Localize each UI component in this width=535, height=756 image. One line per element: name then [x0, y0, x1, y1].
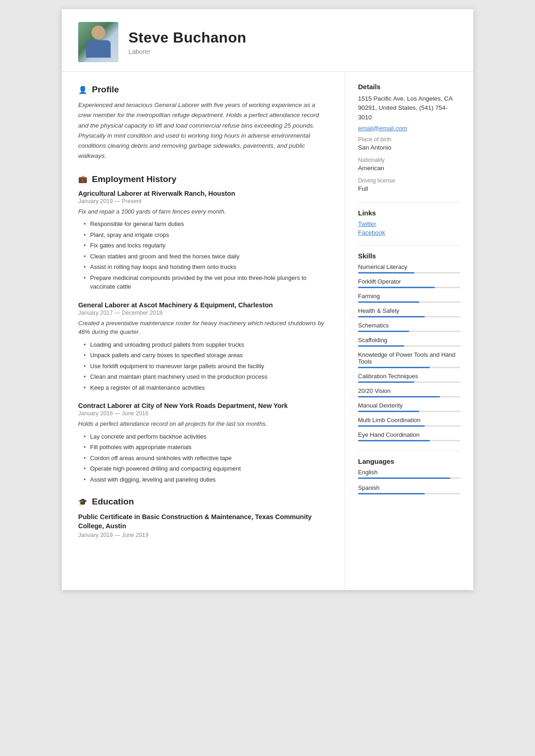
- twitter-link[interactable]: Twitter: [358, 220, 460, 227]
- skill-name: Farming: [358, 293, 460, 300]
- language-bar-fill: [358, 493, 425, 494]
- skill-bar-background: [358, 301, 460, 303]
- job-2-dates: January 2017 — December 2018: [78, 310, 328, 316]
- skill-bar-background: [358, 287, 460, 288]
- details-title: Details: [358, 83, 460, 91]
- skill-bar-fill: [358, 272, 414, 273]
- languages-list: English Spanish: [358, 469, 460, 494]
- avatar: [78, 22, 118, 62]
- facebook-link[interactable]: Facebook: [358, 229, 460, 236]
- skill-bar-background: [358, 316, 460, 317]
- skill-item: Health & Safety: [358, 307, 460, 317]
- employment-icon: 💼: [78, 175, 87, 183]
- driving-license-value: Full: [358, 185, 460, 193]
- language-bar-fill: [358, 477, 450, 479]
- job-2-bullets: Loading and unloading product pallets fr…: [78, 340, 328, 392]
- place-of-birth-value: San Antonio: [358, 144, 460, 152]
- email-link[interactable]: email@email.com: [358, 125, 460, 132]
- skill-name: Scaffolding: [358, 337, 460, 343]
- list-item: Use forklift equipment to maneuver large…: [84, 362, 328, 371]
- skills-list: Numerical Literacy Forklift Operator Far…: [358, 263, 460, 441]
- skill-bar-background: [358, 381, 460, 383]
- skill-item: Scaffolding: [358, 337, 460, 347]
- skills-title: Skills: [358, 252, 460, 260]
- skill-name: Health & Safety: [358, 307, 460, 314]
- profile-section: 👤 Profile Experienced and tenacious Gene…: [78, 85, 328, 161]
- languages-section: Languages English Spanish: [358, 457, 460, 494]
- skill-bar-background: [358, 440, 460, 441]
- divider-2: [358, 245, 460, 246]
- skill-item: Numerical Literacy: [358, 263, 460, 273]
- skill-bar-fill: [358, 331, 409, 332]
- skill-bar-fill: [358, 440, 430, 441]
- list-item: Fill potholes with appropriate materials: [84, 443, 328, 452]
- skill-name: 20/20 Vision: [358, 387, 460, 394]
- skill-name: Schematics: [358, 322, 460, 329]
- skill-item: Calibration Techniques: [358, 373, 460, 383]
- skill-bar-fill: [358, 316, 425, 317]
- job-2-summary: Created a preventative maintenance roste…: [78, 319, 328, 337]
- main-content: 👤 Profile Experienced and tenacious Gene…: [62, 72, 473, 590]
- list-item: Prepare medicinal compounds provided by …: [84, 273, 328, 291]
- skill-bar-fill: [358, 345, 404, 347]
- education-section-title: 🎓 Education: [78, 497, 328, 507]
- skill-item: Farming: [358, 293, 460, 303]
- job-3: Contract Laborer at City of New York Roa…: [78, 402, 328, 484]
- address: 1515 Pacific Ave, Los Angeles, CA 90291,…: [358, 94, 460, 122]
- skill-item: Forklift Operator: [358, 278, 460, 288]
- list-item: Operate high powered drilling and compac…: [84, 464, 328, 473]
- skill-bar-fill: [358, 411, 419, 412]
- nationality-value: American: [358, 164, 460, 173]
- candidate-name: Steve Buchanon: [128, 29, 457, 46]
- edu-entry-1: Public Certificate in Basic Construction…: [78, 512, 328, 538]
- skill-bar-fill: [358, 396, 440, 397]
- skill-bar-fill: [358, 287, 435, 288]
- links-section: Links Twitter Facebook: [358, 209, 460, 236]
- job-1-summary: Fix and repair a 1000 yards of farm fenc…: [78, 207, 328, 216]
- list-item: Cordon off areas around sinkholes with r…: [84, 454, 328, 463]
- language-name: English: [358, 469, 460, 476]
- list-item: Clean and maintain plant machinery used …: [84, 372, 328, 381]
- list-item: Assist in rolling hay loops and hoisting…: [84, 263, 328, 272]
- details-section: Details 1515 Pacific Ave, Los Angeles, C…: [358, 83, 460, 193]
- profile-section-title: 👤 Profile: [78, 85, 328, 95]
- place-of-birth-label: Place of birth: [358, 136, 460, 143]
- skills-section: Skills Numerical Literacy Forklift Opera…: [358, 252, 460, 441]
- skill-bar-background: [358, 367, 460, 368]
- skill-name: Knowledge of Power Tools and Hand Tools: [358, 351, 460, 365]
- list-item: Fix gates and locks regularly: [84, 241, 328, 250]
- left-column: 👤 Profile Experienced and tenacious Gene…: [62, 72, 345, 590]
- candidate-title: Laborer: [128, 48, 457, 55]
- list-item: Responsible for general farm duties: [84, 220, 328, 229]
- skill-item: Schematics: [358, 322, 460, 332]
- language-bar-background: [358, 477, 460, 479]
- education-icon: 🎓: [78, 498, 87, 506]
- education-section: 🎓 Education Public Certificate in Basic …: [78, 497, 328, 538]
- profile-text: Experienced and tenacious General Labore…: [78, 100, 328, 161]
- resume-container: Steve Buchanon Laborer 👤 Profile Experie…: [62, 9, 473, 590]
- divider-1: [358, 202, 460, 203]
- skill-name: Numerical Literacy: [358, 263, 460, 270]
- skill-bar-background: [358, 411, 460, 412]
- profile-icon: 👤: [78, 86, 87, 94]
- list-item: Unpack pallets and carry boxes to specif…: [84, 351, 328, 360]
- job-1: Agricultural Laborer at Riverwalk Ranch,…: [78, 190, 328, 291]
- job-3-title: Contract Laborer at City of New York Roa…: [78, 402, 328, 409]
- employment-section-title: 💼 Employment History: [78, 174, 328, 184]
- skill-bar-fill: [358, 425, 425, 427]
- list-item: Keep a register of all maintenance activ…: [84, 383, 328, 392]
- skill-bar-fill: [358, 381, 414, 383]
- avatar-image: [78, 22, 118, 62]
- skill-bar-background: [358, 272, 460, 273]
- skill-item: Knowledge of Power Tools and Hand Tools: [358, 351, 460, 368]
- edu-1-dates: January 2019 — June 2019: [78, 532, 328, 538]
- list-item: Lay concrete and perform backhoe activit…: [84, 432, 328, 441]
- skill-item: Multi Limb Coordination: [358, 417, 460, 427]
- skill-name: Multi Limb Coordination: [358, 417, 460, 424]
- list-item: Clean stables and groom and feed the hor…: [84, 252, 328, 261]
- language-item: Spanish: [358, 484, 460, 494]
- skill-name: Manual Dexterity: [358, 402, 460, 409]
- skill-name: Eye Hand Coordination: [358, 431, 460, 438]
- language-bar-background: [358, 493, 460, 494]
- job-1-title: Agricultural Laborer at Riverwalk Ranch,…: [78, 190, 328, 197]
